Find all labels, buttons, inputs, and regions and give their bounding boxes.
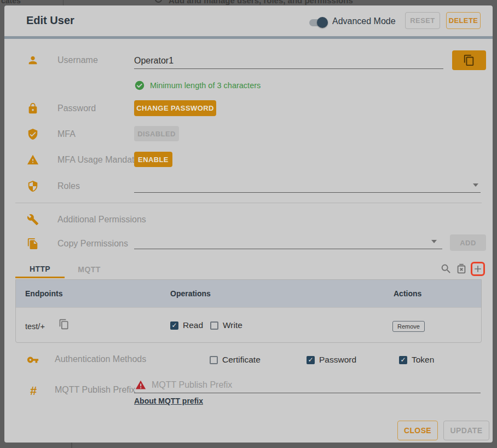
mqtt-prefix-input[interactable] bbox=[152, 378, 475, 392]
close-button[interactable]: CLOSE bbox=[397, 421, 438, 440]
copy-permissions-label: Copy Permissions bbox=[57, 239, 128, 249]
tab-http[interactable]: HTTP bbox=[15, 261, 65, 278]
table-row: test/+ ✓ Read ✓ Write Remove bbox=[16, 307, 481, 343]
password-option: ✓ Password bbox=[307, 355, 356, 365]
roles-select[interactable] bbox=[134, 176, 481, 193]
backdrop-info-text: Add and manage users, roles, and permiss… bbox=[169, 0, 353, 5]
check-circle-icon bbox=[135, 81, 145, 90]
header-divider bbox=[4, 36, 493, 39]
read-checkbox[interactable]: ✓ bbox=[170, 321, 178, 330]
warning-icon bbox=[27, 154, 39, 166]
certificate-checkbox[interactable]: ✓ bbox=[210, 356, 218, 364]
toggle-knob bbox=[317, 17, 328, 28]
mfa-mandatory-label: MFA Usage Mandatory bbox=[57, 155, 147, 165]
endpoint-value: test/+ bbox=[25, 322, 45, 331]
table-header: Endpoints Operations Actions bbox=[16, 280, 481, 307]
username-label: Username bbox=[57, 55, 98, 65]
update-button[interactable]: UPDATE bbox=[443, 421, 489, 440]
write-label: Write bbox=[223, 320, 242, 330]
copy-endpoint-icon[interactable] bbox=[59, 319, 70, 330]
delete-button[interactable]: DELETE bbox=[446, 12, 481, 29]
edit-user-dialog: Edit User Advanced Mode RESET DELETE Use… bbox=[4, 5, 493, 443]
remove-endpoint-button[interactable]: Remove bbox=[392, 321, 425, 332]
backdrop-left-text: cates bbox=[1, 0, 21, 5]
mqtt-prefix-field bbox=[134, 378, 481, 393]
advanced-mode-toggle[interactable] bbox=[309, 17, 328, 28]
backdrop-divider bbox=[63, 0, 63, 5]
chevron-down-icon bbox=[431, 240, 437, 243]
column-operations: Operations bbox=[170, 289, 211, 298]
certificate-label: Certificate bbox=[222, 355, 261, 365]
permissions-toolbar bbox=[440, 262, 485, 276]
about-mqtt-prefix-link[interactable]: About MQTT prefix bbox=[134, 397, 203, 405]
mqtt-prefix-label: MQTT Publish Prefix bbox=[55, 385, 135, 395]
chevron-down-icon bbox=[473, 183, 478, 187]
key-icon bbox=[27, 354, 39, 366]
mfa-enable-button[interactable]: ENABLE bbox=[134, 152, 172, 167]
copy-permissions-select[interactable] bbox=[134, 233, 442, 249]
change-password-button[interactable]: CHANGE PASSWORD bbox=[134, 100, 216, 116]
wrench-icon bbox=[27, 214, 39, 226]
token-option: ✓ Token bbox=[399, 355, 434, 365]
username-input[interactable] bbox=[134, 53, 443, 69]
section-divider bbox=[15, 203, 482, 203]
username-validation-message: Minimum length of 3 characters bbox=[150, 81, 261, 90]
column-actions: Actions bbox=[394, 289, 421, 298]
search-icon[interactable] bbox=[440, 263, 452, 275]
backdrop-bottom-divider bbox=[71, 443, 72, 448]
auth-methods-label: Authentication Methods bbox=[55, 354, 146, 364]
reset-button[interactable]: RESET bbox=[405, 12, 440, 29]
additional-permissions-label: Additional Permissions bbox=[57, 215, 146, 225]
error-warning-icon bbox=[135, 380, 146, 390]
password-label: Password bbox=[57, 104, 96, 113]
copy-icon bbox=[463, 54, 475, 66]
token-checkbox[interactable]: ✓ bbox=[399, 356, 407, 364]
dialog-title: Edit User bbox=[26, 14, 74, 27]
read-label: Read bbox=[183, 320, 203, 330]
advanced-mode-label: Advanced Mode bbox=[332, 16, 396, 26]
backdrop-top-strip: cates Add and manage users, roles, and p… bbox=[0, 0, 497, 5]
read-checkbox-row: ✓ Read bbox=[170, 320, 203, 330]
password-checkbox[interactable]: ✓ bbox=[307, 356, 315, 364]
add-endpoint-button-highlighted[interactable] bbox=[471, 262, 485, 276]
write-checkbox[interactable]: ✓ bbox=[210, 321, 218, 330]
roles-label: Roles bbox=[57, 181, 80, 191]
mfa-label: MFA bbox=[57, 129, 76, 139]
shield-icon bbox=[27, 180, 39, 192]
lock-icon bbox=[27, 102, 39, 114]
token-label: Token bbox=[412, 355, 434, 365]
copy-username-button[interactable] bbox=[452, 50, 486, 70]
delete-all-icon[interactable] bbox=[455, 263, 467, 275]
user-icon bbox=[27, 54, 39, 66]
info-icon bbox=[155, 0, 162, 3]
tab-mqtt[interactable]: MQTT bbox=[65, 261, 114, 278]
password-option-label: Password bbox=[319, 355, 356, 365]
endpoints-table: Endpoints Operations Actions test/+ ✓ Re… bbox=[15, 279, 482, 343]
column-endpoints: Endpoints bbox=[25, 289, 62, 298]
certificate-option: ✓ Certificate bbox=[210, 355, 261, 365]
shield-check-icon bbox=[27, 128, 39, 140]
plus-icon bbox=[472, 263, 483, 274]
hash-icon: # bbox=[30, 384, 37, 398]
mfa-disabled-button[interactable]: DISABLED bbox=[134, 126, 179, 141]
write-checkbox-row: ✓ Write bbox=[210, 320, 242, 330]
add-permissions-button[interactable]: ADD bbox=[450, 234, 486, 251]
file-copy-icon bbox=[27, 238, 39, 250]
dialog-header: Edit User Advanced Mode RESET DELETE bbox=[4, 5, 493, 36]
